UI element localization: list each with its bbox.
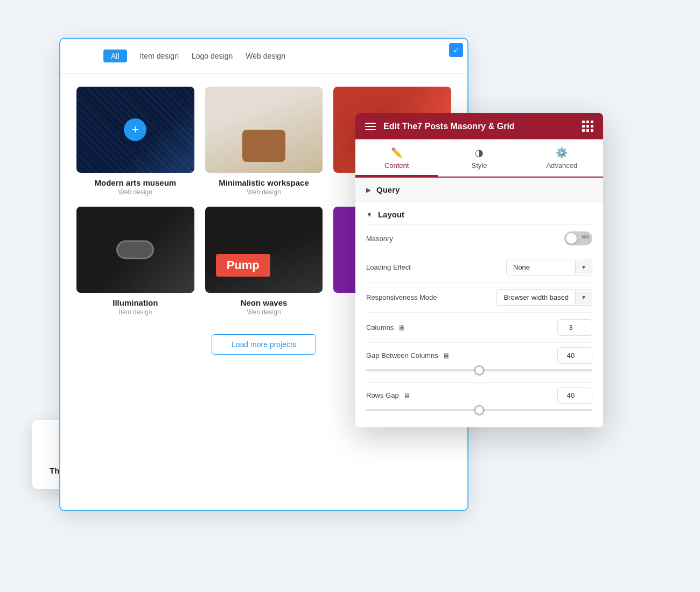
filter-logo-design[interactable]: Logo design — [192, 50, 233, 62]
tab-advanced[interactable]: ⚙️ Advanced — [521, 139, 603, 177]
tab-style[interactable]: ◑ Style — [438, 139, 520, 177]
rows-gap-slider-fill — [366, 409, 479, 411]
tab-content-label: Content — [384, 161, 409, 170]
responsiveness-select[interactable]: Browser width based ▼ — [496, 289, 592, 306]
rows-gap-slider-track[interactable] — [366, 409, 592, 411]
item-sub-5: Web design — [205, 308, 323, 316]
item-sub-2: Web design — [205, 188, 323, 196]
hamburger-icon[interactable] — [365, 123, 376, 130]
editor-header-left: Edit The7 Posts Masonry & Grid — [365, 122, 515, 131]
layout-section-header[interactable]: ▼ Layout — [366, 202, 592, 224]
chevron-right-icon: ▶ — [366, 186, 371, 194]
tab-advanced-label: Advanced — [546, 161, 577, 170]
list-item: Neon waves Web design — [205, 207, 323, 316]
filter-all[interactable]: All — [103, 50, 127, 62]
filter-web-design[interactable]: Web design — [246, 50, 285, 62]
gap-columns-row: Gap Between Columns 🖥 — [366, 342, 592, 382]
loading-effect-select[interactable]: None ▼ — [506, 259, 592, 276]
add-button-1[interactable]: + — [124, 118, 146, 141]
loading-effect-row: Loading Effect None ▼ — [366, 252, 592, 282]
gap-columns-slider-thumb[interactable] — [474, 365, 484, 375]
responsiveness-arrow: ▼ — [575, 291, 592, 304]
responsiveness-label: Responsiveness Mode — [366, 293, 437, 301]
loading-effect-arrow: ▼ — [575, 260, 592, 274]
monitor-icon: 🖥 — [398, 323, 405, 332]
masonry-field-row: Masonry NO — [366, 224, 592, 252]
loading-effect-value: None — [507, 259, 575, 275]
columns-label: Columns — [366, 323, 394, 332]
rows-gap-label-row: Rows Gap 🖥 — [366, 387, 592, 404]
portfolio-thumb-4[interactable] — [76, 207, 194, 293]
gap-columns-slider-fill — [366, 369, 479, 371]
grid-apps-icon[interactable] — [582, 121, 593, 132]
columns-label-group: Columns 🖥 — [366, 323, 405, 332]
editor-header: Edit The7 Posts Masonry & Grid — [355, 113, 603, 139]
load-more-button[interactable]: Load more projects — [212, 334, 316, 355]
layout-section: ▼ Layout Masonry NO Loading Effect None … — [355, 202, 603, 427]
list-item: + Modern arts museum Web design — [76, 87, 194, 196]
item-title-4: Illumination — [76, 298, 194, 307]
rows-gap-label-group: Rows Gap 🖥 — [366, 391, 411, 400]
resize-handle[interactable]: ↙ — [449, 43, 463, 57]
rows-gap-input[interactable] — [557, 387, 592, 404]
masonry-toggle[interactable]: NO — [564, 231, 592, 245]
gap-columns-label-row: Gap Between Columns 🖥 — [366, 347, 592, 364]
chevron-down-icon: ▼ — [366, 211, 373, 219]
portfolio-thumb-2[interactable] — [205, 87, 323, 173]
masonry-label: Masonry — [366, 235, 393, 243]
item-title-5: Neon waves — [205, 298, 323, 307]
content-tab-icon: ✏️ — [391, 147, 403, 159]
filter-item-design[interactable]: Item design — [140, 50, 179, 62]
resize-icon: ↙ — [453, 46, 459, 54]
editor-tabs: ✏️ Content ◑ Style ⚙️ Advanced — [355, 139, 603, 178]
rows-gap-label: Rows Gap — [366, 391, 399, 399]
query-label: Query — [376, 185, 400, 194]
editor-title: Edit The7 Posts Masonry & Grid — [383, 122, 515, 131]
gap-columns-label-group: Gap Between Columns 🖥 — [366, 351, 450, 360]
list-item: Illumination Item design — [76, 207, 194, 316]
portfolio-thumb-1[interactable]: + — [76, 87, 194, 173]
item-title-1: Modern arts museum — [76, 178, 194, 187]
item-title-2: Minimalistic workspace — [205, 178, 323, 187]
columns-input[interactable] — [557, 319, 592, 336]
style-tab-icon: ◑ — [475, 147, 484, 159]
item-sub-1: Web design — [76, 188, 194, 196]
item-sub-4: Item design — [76, 308, 194, 316]
layout-label: Layout — [378, 210, 404, 219]
editor-body: ▶ Query ▼ Layout Masonry NO Loading Effe… — [355, 178, 603, 427]
tab-style-label: Style — [472, 161, 487, 170]
list-item: Minimalistic workspace Web design — [205, 87, 323, 196]
gap-monitor-icon: 🖥 — [443, 351, 450, 360]
rows-gap-row: Rows Gap 🖥 — [366, 382, 592, 422]
responsiveness-value: Browser width based — [497, 290, 575, 305]
toggle-knob — [566, 233, 577, 244]
columns-field-row: Columns 🖥 — [366, 312, 592, 342]
tab-content[interactable]: ✏️ Content — [355, 139, 438, 177]
gap-columns-slider-track[interactable] — [366, 369, 592, 371]
rows-gap-slider-thumb[interactable] — [474, 405, 484, 415]
toggle-label: NO — [583, 235, 589, 239]
filter-bar: All Item design Logo design Web design — [60, 39, 467, 74]
advanced-tab-icon: ⚙️ — [556, 147, 568, 159]
query-section-header[interactable]: ▶ Query — [355, 178, 603, 202]
gap-columns-label: Gap Between Columns — [366, 351, 438, 360]
portfolio-thumb-5[interactable] — [205, 207, 323, 293]
editor-panel: Edit The7 Posts Masonry & Grid ✏️ Conten… — [355, 113, 603, 427]
rows-monitor-icon: 🖥 — [403, 391, 411, 400]
gap-columns-input[interactable] — [557, 347, 592, 364]
responsiveness-row: Responsiveness Mode Browser width based … — [366, 282, 592, 312]
loading-effect-label: Loading Effect — [366, 263, 411, 271]
